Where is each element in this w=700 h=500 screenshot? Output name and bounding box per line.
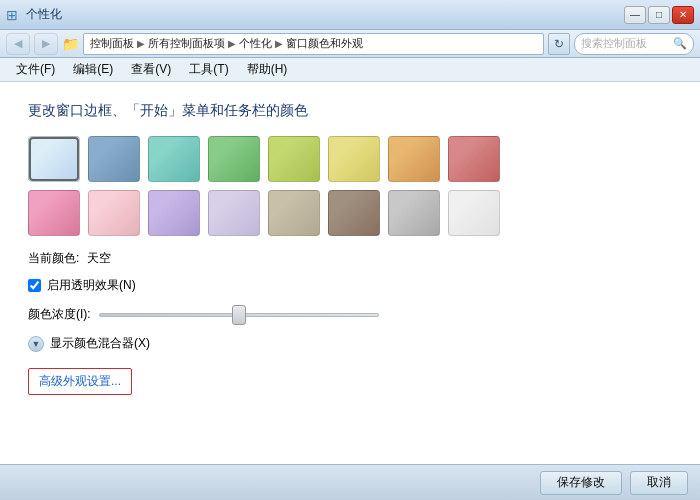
main-content: 更改窗口边框、「开始」菜单和任务栏的颜色: [0, 82, 700, 464]
color-mixer-label: 显示颜色混合器(X): [50, 335, 150, 352]
menu-edit[interactable]: 编辑(E): [65, 59, 121, 80]
close-button[interactable]: ✕: [672, 6, 694, 24]
section-title: 更改窗口边框、「开始」菜单和任务栏的颜色: [28, 102, 672, 120]
address-box[interactable]: 控制面板 ▶ 所有控制面板项 ▶ 个性化 ▶ 窗口颜色和外观: [83, 33, 544, 55]
color-row-1: [28, 136, 672, 182]
swatch-tan[interactable]: [268, 190, 320, 236]
swatch-green[interactable]: [208, 136, 260, 182]
transparency-row: 启用透明效果(N): [28, 277, 672, 294]
color-mixer-row: ▼ 显示颜色混合器(X): [28, 335, 672, 352]
swatch-sky[interactable]: [28, 136, 80, 182]
swatch-teal[interactable]: [148, 136, 200, 182]
swatch-gray[interactable]: [388, 190, 440, 236]
swatch-lavender[interactable]: [148, 190, 200, 236]
advanced-link[interactable]: 高级外观设置...: [28, 368, 132, 395]
titlebar-left: ⊞ 个性化: [6, 6, 62, 23]
mixer-expand-button[interactable]: ▼: [28, 336, 44, 352]
current-color-row: 当前颜色: 天空: [28, 250, 672, 267]
window-icon: ⊞: [6, 7, 18, 23]
slider-row: 颜色浓度(I):: [28, 306, 672, 323]
cancel-button[interactable]: 取消: [630, 471, 688, 495]
breadcrumb-arrow-3: ▶: [275, 38, 283, 49]
slider-thumb[interactable]: [232, 305, 246, 325]
menu-help[interactable]: 帮助(H): [239, 59, 296, 80]
swatch-lime[interactable]: [268, 136, 320, 182]
swatch-lightpink[interactable]: [88, 190, 140, 236]
swatch-brown[interactable]: [328, 190, 380, 236]
maximize-button[interactable]: □: [648, 6, 670, 24]
titlebar-title: 个性化: [26, 6, 62, 23]
color-intensity-slider[interactable]: [99, 313, 379, 317]
breadcrumb-arrow-2: ▶: [228, 38, 236, 49]
forward-button[interactable]: ▶: [34, 33, 58, 55]
save-button[interactable]: 保存修改: [540, 471, 622, 495]
menu-tools[interactable]: 工具(T): [181, 59, 236, 80]
swatch-pink[interactable]: [28, 190, 80, 236]
current-color-name: 天空: [87, 250, 111, 267]
content-panel: 更改窗口边框、「开始」菜单和任务栏的颜色: [0, 82, 700, 464]
color-row-2: [28, 190, 672, 236]
menubar: 文件(F) 编辑(E) 查看(V) 工具(T) 帮助(H): [0, 58, 700, 82]
back-button[interactable]: ◀: [6, 33, 30, 55]
color-intensity-label: 颜色浓度(I):: [28, 306, 91, 323]
swatch-red[interactable]: [448, 136, 500, 182]
breadcrumb-part-1: 控制面板: [90, 36, 134, 51]
color-grid: [28, 136, 672, 236]
breadcrumb-part-2: 所有控制面板项: [148, 36, 225, 51]
minimize-button[interactable]: —: [624, 6, 646, 24]
current-color-label: 当前颜色:: [28, 250, 79, 267]
search-placeholder: 搜索控制面板: [581, 36, 647, 51]
transparency-label: 启用透明效果(N): [47, 277, 136, 294]
swatch-white[interactable]: [448, 190, 500, 236]
breadcrumb-arrow-1: ▶: [137, 38, 145, 49]
swatch-slate[interactable]: [88, 136, 140, 182]
transparency-checkbox[interactable]: [28, 279, 41, 292]
titlebar: ⊞ 个性化 — □ ✕: [0, 0, 700, 30]
folder-icon: 📁: [62, 36, 79, 52]
breadcrumb-part-4: 窗口颜色和外观: [286, 36, 363, 51]
menu-file[interactable]: 文件(F): [8, 59, 63, 80]
menu-view[interactable]: 查看(V): [123, 59, 179, 80]
swatch-yellow[interactable]: [328, 136, 380, 182]
search-input[interactable]: 搜索控制面板 🔍: [574, 33, 694, 55]
refresh-button[interactable]: ↻: [548, 33, 570, 55]
addressbar: ◀ ▶ 📁 控制面板 ▶ 所有控制面板项 ▶ 个性化 ▶ 窗口颜色和外观 ↻ 搜…: [0, 30, 700, 58]
bottom-bar: 保存修改 取消: [0, 464, 700, 500]
breadcrumb-part-3: 个性化: [239, 36, 272, 51]
swatch-orange[interactable]: [388, 136, 440, 182]
breadcrumb: 控制面板 ▶ 所有控制面板项 ▶ 个性化 ▶ 窗口颜色和外观: [90, 36, 363, 51]
search-icon: 🔍: [673, 37, 687, 50]
titlebar-buttons: — □ ✕: [624, 6, 694, 24]
swatch-lightlav[interactable]: [208, 190, 260, 236]
